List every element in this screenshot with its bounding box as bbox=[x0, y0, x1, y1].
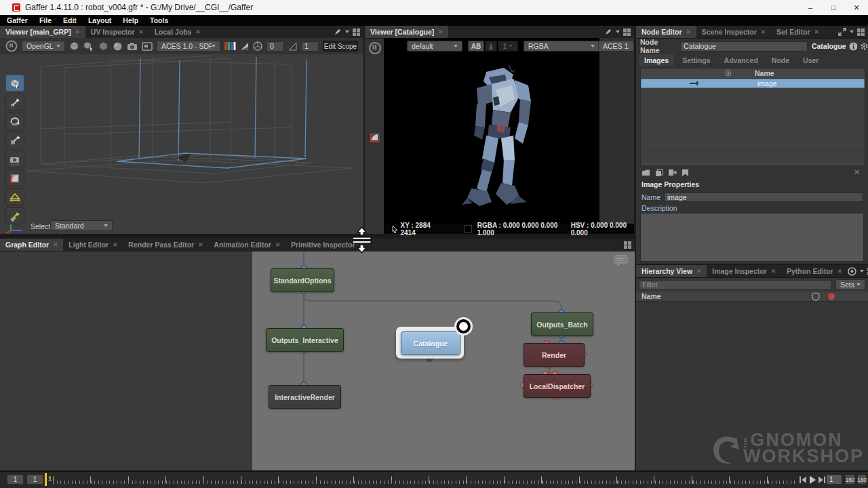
tab-set-editor[interactable]: Set Editor bbox=[771, 26, 825, 38]
node-catalogue[interactable]: Catalogue bbox=[401, 331, 460, 355]
menu-edit[interactable]: Edit bbox=[63, 16, 77, 24]
gamma-icon[interactable] bbox=[288, 42, 297, 51]
node-outputs-interactive[interactable]: Outputs_Interactive bbox=[266, 328, 344, 352]
channels-rgb-icon[interactable] bbox=[224, 41, 236, 51]
node-outputs-batch[interactable]: Outputs_Batch bbox=[531, 312, 593, 336]
annotation-bubble-icon[interactable] bbox=[614, 255, 629, 267]
gamma-field[interactable] bbox=[301, 41, 319, 52]
chevron-down-icon[interactable] bbox=[850, 30, 854, 33]
pause-hand-icon[interactable] bbox=[5, 40, 18, 52]
menu-layout[interactable]: Layout bbox=[88, 16, 111, 24]
camera-icon[interactable] bbox=[127, 41, 138, 51]
pin-editor-icon[interactable] bbox=[334, 28, 342, 36]
close-icon[interactable] bbox=[761, 28, 766, 35]
shading-cube-icon[interactable] bbox=[69, 41, 79, 52]
close-icon[interactable] bbox=[771, 268, 776, 274]
extract-icon[interactable] bbox=[682, 169, 689, 177]
renderer-dropdown[interactable]: OpenGL bbox=[22, 41, 65, 52]
playback-start-field[interactable]: 1 bbox=[26, 474, 43, 485]
expansion-cube-icon[interactable] bbox=[83, 41, 94, 52]
close-icon[interactable] bbox=[438, 28, 443, 35]
tab-node[interactable]: Node bbox=[766, 54, 795, 66]
sphere-icon[interactable] bbox=[113, 41, 123, 52]
compare-image-dropdown[interactable]: 1 bbox=[498, 41, 518, 52]
gear-icon[interactable] bbox=[860, 42, 868, 51]
layout-grid-icon[interactable] bbox=[623, 28, 631, 36]
camera-tool-button[interactable] bbox=[5, 150, 24, 167]
select-mode-dropdown[interactable]: Standard bbox=[50, 220, 113, 231]
node-name-field[interactable] bbox=[680, 41, 808, 52]
tab-animation-editor[interactable]: Animation Editor bbox=[208, 239, 285, 251]
tab-images[interactable]: Images bbox=[639, 54, 674, 66]
catalogue-status-ring[interactable] bbox=[456, 319, 471, 333]
menu-help[interactable]: Help bbox=[123, 16, 138, 24]
close-icon[interactable] bbox=[196, 28, 201, 35]
sets-dropdown[interactable]: Sets bbox=[835, 279, 865, 290]
select-tool-button[interactable] bbox=[5, 75, 24, 92]
menu-file[interactable]: File bbox=[39, 16, 52, 24]
close-icon[interactable] bbox=[686, 28, 691, 35]
timeline-ruler-minor[interactable] bbox=[53, 481, 797, 484]
tab-image-inspector[interactable]: Image Inspector bbox=[707, 265, 781, 277]
inclusions-shield-icon[interactable] bbox=[812, 292, 820, 301]
skip-start-icon[interactable] bbox=[799, 476, 808, 484]
tab-python-editor[interactable]: Python Editor bbox=[781, 265, 848, 277]
duplicate-icon[interactable] bbox=[655, 169, 663, 177]
chevron-down-icon[interactable] bbox=[345, 30, 349, 33]
follow-focus-icon[interactable] bbox=[838, 28, 846, 36]
tab-hierarchy-view[interactable]: Hierarchy View bbox=[636, 265, 707, 277]
close-icon[interactable] bbox=[75, 28, 80, 35]
tab-local-jobs[interactable]: Local Jobs bbox=[149, 26, 206, 38]
display-window-icon[interactable] bbox=[142, 42, 153, 51]
layout-grid-icon[interactable] bbox=[624, 241, 631, 249]
images-table-empty-rows[interactable] bbox=[641, 88, 865, 165]
load-icon[interactable] bbox=[642, 169, 650, 176]
scale-tool-button[interactable] bbox=[5, 131, 24, 148]
range-start-field[interactable]: 1 bbox=[7, 474, 24, 485]
image-canvas[interactable]: default AB 1 RGBA bbox=[384, 38, 599, 224]
tab-graph-editor[interactable]: Graph Editor bbox=[0, 239, 63, 251]
menu-tools[interactable]: Tools bbox=[150, 16, 168, 24]
tab-render-pass-editor[interactable]: Render Pass Editor bbox=[123, 239, 208, 251]
target-icon[interactable] bbox=[848, 267, 856, 276]
crop-window-tool-icon[interactable] bbox=[369, 131, 381, 144]
current-frame-field[interactable]: 1 bbox=[826, 474, 842, 485]
wipe-icon[interactable] bbox=[485, 41, 497, 52]
rotate-tool-button[interactable] bbox=[5, 113, 24, 129]
tab-user[interactable]: User bbox=[797, 54, 824, 66]
tab-settings[interactable]: Settings bbox=[677, 54, 715, 66]
range-end-field[interactable]: 160 bbox=[857, 474, 867, 485]
close-icon[interactable] bbox=[113, 241, 117, 248]
node-standardoptions[interactable]: StandardOptions bbox=[271, 268, 334, 292]
pause-hand-icon[interactable] bbox=[368, 41, 382, 55]
tab-viewer-main[interactable]: Viewer [main_GRP] bbox=[0, 26, 85, 38]
close-icon[interactable] bbox=[837, 268, 842, 274]
remove-image-icon[interactable] bbox=[854, 168, 860, 177]
menu-gaffer[interactable]: Gaffer bbox=[7, 16, 28, 24]
tab-scene-inspector[interactable]: Scene Inspector bbox=[696, 26, 771, 38]
close-icon[interactable] bbox=[139, 28, 144, 35]
graph-canvas[interactable]: StandardOptions Outputs_Interactive Inte… bbox=[0, 251, 635, 470]
prop-description-field[interactable] bbox=[640, 213, 864, 262]
close-icon[interactable] bbox=[814, 28, 818, 35]
crop-window-tool-button[interactable] bbox=[5, 169, 24, 186]
pin-editor-icon[interactable] bbox=[604, 28, 612, 36]
viewport-3d[interactable]: Select Standard bbox=[0, 54, 363, 234]
edit-scope-button[interactable]: Edit Scope bbox=[323, 41, 358, 52]
tab-viewer-catalogue[interactable]: Viewer [Catalogue] bbox=[365, 26, 448, 38]
tab-node-editor[interactable]: Node Editor bbox=[636, 26, 696, 38]
compare-ab-button[interactable]: AB bbox=[468, 41, 484, 52]
display-transform-dropdown[interactable]: ACES 1.0 - SDR Video bbox=[157, 41, 220, 52]
gradient-icon[interactable] bbox=[240, 42, 249, 51]
play-icon[interactable] bbox=[808, 475, 816, 485]
playhead[interactable] bbox=[45, 473, 47, 486]
skip-end-icon[interactable] bbox=[817, 476, 826, 484]
translate-tool-button[interactable] bbox=[5, 94, 24, 110]
playback-end-field[interactable]: 160 bbox=[845, 474, 855, 485]
wireframe-cube-icon[interactable] bbox=[98, 41, 108, 52]
layout-grid-icon[interactable] bbox=[857, 28, 865, 36]
info-icon[interactable] bbox=[849, 42, 857, 51]
chevron-down-icon[interactable] bbox=[616, 30, 620, 33]
tab-advanced[interactable]: Advanced bbox=[719, 54, 764, 66]
tab-light-editor[interactable]: Light Editor bbox=[63, 239, 123, 251]
